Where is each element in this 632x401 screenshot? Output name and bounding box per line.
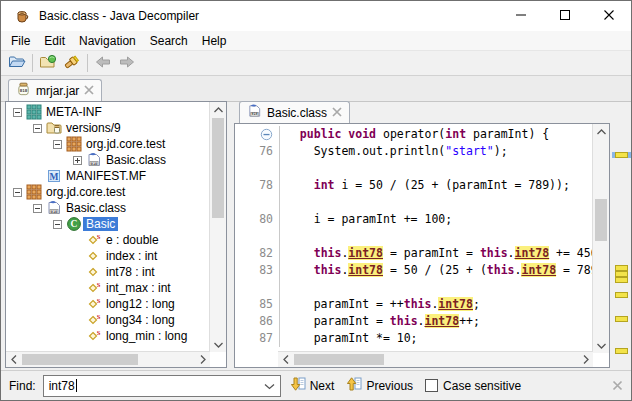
tree-item-versions-9[interactable]: versions/9	[7, 120, 209, 136]
tree-item-long-min-long[interactable]: Slong_min : long	[7, 328, 209, 344]
tree-item-basic-class[interactable]: 010Basic.class	[7, 152, 209, 168]
tab-close-icon[interactable]	[84, 84, 94, 98]
back-icon	[94, 54, 112, 73]
tab-basic-class[interactable]: 010 Basic.class	[239, 101, 350, 124]
tree-item-long12-long[interactable]: Slong12 : long	[7, 296, 209, 312]
tab-close-icon[interactable]	[332, 106, 342, 120]
code-token	[286, 127, 300, 141]
tree-item-long34-long[interactable]: Slong34 : long	[7, 312, 209, 328]
search-match-token[interactable]: int78	[515, 246, 550, 260]
scroll-right-button[interactable]	[195, 352, 210, 367]
find-next-button[interactable]: Next	[288, 374, 338, 397]
find-input[interactable]: int78	[49, 379, 264, 393]
case-sensitive-checkbox[interactable]	[425, 379, 438, 392]
code-text	[280, 228, 286, 245]
static-field-icon: S	[86, 296, 103, 312]
tree-item-int-max-int[interactable]: Sint_max : int	[7, 280, 209, 296]
scrollbar-thumb[interactable]	[212, 118, 224, 218]
tree-item-label: org.jd.core.test	[83, 137, 168, 151]
maximize-button[interactable]	[543, 1, 587, 31]
forward-button[interactable]	[115, 53, 139, 73]
scroll-left-button[interactable]	[278, 352, 293, 367]
search-match-token[interactable]: int78	[521, 263, 556, 277]
field-icon	[86, 264, 103, 280]
code-line: 85 paramInt = ++this.int78;	[236, 296, 592, 313]
scrollbar-thumb[interactable]	[294, 354, 384, 365]
search-match-token[interactable]: int78	[348, 246, 383, 260]
search-match-token[interactable]: int78	[438, 297, 473, 311]
menu-item-navigation[interactable]: Navigation	[72, 32, 143, 50]
code-text: System.out.println("start");	[280, 143, 508, 160]
code-token: ;	[473, 297, 480, 311]
scroll-right-button[interactable]	[578, 352, 593, 367]
line-number	[236, 279, 280, 296]
scroll-down-button[interactable]	[593, 338, 609, 353]
menu-item-file[interactable]: File	[4, 32, 37, 50]
tree-item-basic-class[interactable]: 010Basic.class	[7, 200, 209, 216]
case-sensitive-label: Case sensitive	[443, 379, 521, 393]
case-sensitive-option[interactable]: Case sensitive	[425, 379, 521, 393]
tree-vertical-scrollbar[interactable]	[209, 102, 226, 352]
tree-item-label: META-INF	[43, 105, 105, 119]
tree-item-label: MANIFEST.MF	[63, 169, 149, 183]
tree-item-meta-inf[interactable]: META-INF	[7, 104, 209, 120]
menu-item-help[interactable]: Help	[195, 32, 234, 50]
minimize-button[interactable]	[499, 1, 543, 31]
class-file-icon: 010	[86, 152, 103, 168]
tree-item-index-int[interactable]: index : int	[7, 248, 209, 264]
search-match-token[interactable]: int78	[348, 263, 383, 277]
search-result-marker[interactable]	[615, 316, 628, 322]
fold-toggle-icon[interactable]	[236, 126, 280, 143]
tree-item-label: int_max : int	[103, 281, 174, 295]
combo-dropdown-icon[interactable]	[264, 379, 275, 393]
scrollbar-thumb[interactable]	[595, 199, 607, 241]
collapse-icon[interactable]	[33, 124, 46, 133]
collapse-icon[interactable]	[53, 140, 66, 149]
menu-item-search[interactable]: Search	[143, 32, 195, 50]
expand-icon[interactable]	[73, 156, 86, 165]
code-line: 87 paramInt *= 10;	[236, 330, 592, 347]
tree-item-basic[interactable]: CBasic	[7, 216, 209, 232]
scroll-down-button[interactable]	[210, 337, 226, 352]
scroll-up-button[interactable]	[593, 124, 609, 139]
orange-package-icon	[26, 184, 43, 200]
collapse-icon[interactable]	[13, 108, 26, 117]
svg-text:M: M	[50, 172, 59, 182]
line-number: 83	[236, 262, 280, 279]
search-result-marker[interactable]	[615, 292, 628, 298]
code-vertical-scrollbar[interactable]	[592, 124, 609, 353]
code-token: paramInt =	[286, 314, 390, 328]
code-horizontal-scrollbar[interactable]	[278, 351, 593, 367]
close-button[interactable]	[587, 1, 631, 31]
collapse-icon[interactable]	[33, 204, 46, 213]
class-file-icon: 010	[46, 200, 63, 216]
code-editor[interactable]: public void operator(int paramInt) {76 S…	[234, 123, 610, 368]
collapse-icon[interactable]	[13, 188, 26, 197]
code-token	[286, 263, 314, 277]
back-button[interactable]	[91, 53, 115, 73]
tree-item-org-jd-core-test[interactable]: org.jd.core.test	[7, 184, 209, 200]
search-match-token[interactable]: int78	[425, 314, 460, 328]
find-combobox[interactable]: int78	[43, 375, 281, 397]
open-type-button[interactable]	[36, 53, 60, 73]
tree-item-org-jd-core-test[interactable]: org.jd.core.test	[7, 136, 209, 152]
search-result-marker[interactable]	[615, 277, 628, 283]
search-result-marker[interactable]	[615, 348, 628, 354]
menu-item-edit[interactable]: Edit	[37, 32, 72, 50]
tree-horizontal-scrollbar[interactable]	[6, 351, 210, 367]
findbar-close-icon[interactable]	[612, 380, 623, 391]
tree-item-label: long34 : long	[103, 313, 178, 327]
scroll-up-button[interactable]	[210, 102, 226, 117]
collapse-icon[interactable]	[53, 220, 66, 229]
code-line: public void operator(int paramInt) {	[236, 126, 592, 143]
current-search-marker[interactable]	[615, 152, 628, 158]
tree-item-manifest-mf[interactable]: MMANIFEST.MF	[7, 168, 209, 184]
tree-item-int78-int[interactable]: int78 : int	[7, 264, 209, 280]
scroll-left-button[interactable]	[6, 352, 21, 367]
window-title: Basic.class - Java Decompiler	[39, 9, 199, 23]
search-button[interactable]	[60, 53, 84, 73]
open-file-button[interactable]	[5, 53, 29, 73]
tree-item-e-double[interactable]: Se : double	[7, 232, 209, 248]
scrollbar-thumb[interactable]	[22, 354, 138, 365]
find-previous-button[interactable]: Previous	[344, 374, 416, 397]
